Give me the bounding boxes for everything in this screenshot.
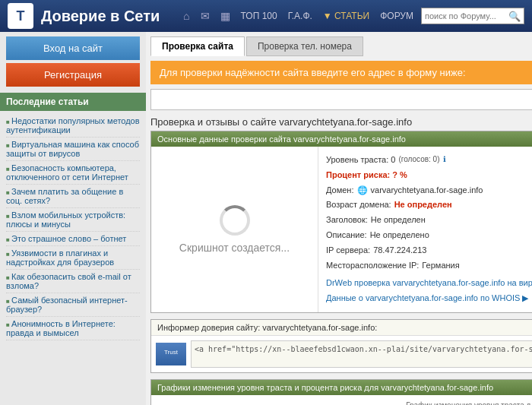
list-item[interactable]: Виртуальная машина как способ защиты от … <box>6 138 140 161</box>
sidebar: Вход на сайт Регистрация Последние стать… <box>0 32 146 343</box>
informer-code[interactable]: <a href="https://xn--blaeefebsd1cwaon.xn… <box>191 340 532 368</box>
info-right: ? Уровень траста: 0 (голосов: 0) ℹ Проце… <box>318 147 532 312</box>
domain-label: Домен: <box>326 183 354 198</box>
location-label: Месторасположение IP: <box>326 258 419 274</box>
desc-value: Не определено <box>370 228 429 243</box>
url-input[interactable] <box>150 89 532 110</box>
informer-section: Информер доверия сайту: varvarychtetyana… <box>150 319 532 373</box>
list-item[interactable]: Анонимность в Интернете: правда и вымысе… <box>6 317 140 340</box>
search-button[interactable]: 🔍 <box>508 11 521 22</box>
virus-link-row: DrWeb проверка varvarychtetyana.for-sage… <box>326 276 532 291</box>
desc-row: Описание: Не определено <box>326 228 532 243</box>
nav-forum[interactable]: ФОРУМ <box>380 11 413 21</box>
graph-section: Графики изменения уровня траста и процен… <box>150 379 532 405</box>
search-input[interactable] <box>425 11 508 21</box>
trust-row: Уровень траста: 0 (голосов: 0) ℹ <box>326 153 532 168</box>
desc-label: Описание: <box>326 228 367 243</box>
header-value: Не определен <box>371 213 426 228</box>
nav-links: ⌂ ✉ ▦ ТОП 100 Г.А.Ф. ▼ СТАТЬИ ФОРУМ <box>183 10 413 22</box>
trust-info-icon[interactable]: ℹ <box>443 153 446 168</box>
header: Т Доверие в Сети ⌂ ✉ ▦ ТОП 100 Г.А.Ф. ▼ … <box>0 0 532 32</box>
nav-top100[interactable]: ТОП 100 <box>241 11 277 21</box>
register-button[interactable]: Регистрация <box>6 63 140 87</box>
risk-row: Процент риска: ? % <box>326 168 532 183</box>
grid-icon[interactable]: ▦ <box>220 10 230 22</box>
whois-link[interactable]: Данные о varvarychtetyana.for-sage.info … <box>326 293 528 302</box>
informer-logo: Trust <box>156 343 186 365</box>
list-item[interactable]: Как обезопасить свой e-mail от взлома? <box>6 270 140 293</box>
header-row: Заголовок: Не определен <box>326 213 532 228</box>
nav-faq[interactable]: Г.А.Ф. <box>288 11 312 21</box>
list-item[interactable]: Уязвимости в плагинах и надстройках для … <box>6 246 140 270</box>
informer-header: Информер доверия сайту: varvarychtetyana… <box>151 320 532 336</box>
tab-check-site[interactable]: Проверка сайта <box>150 36 245 56</box>
login-button[interactable]: Вход на сайт <box>6 36 140 60</box>
list-item[interactable]: Самый безопасный интернет-браузер? <box>6 293 140 317</box>
loading-spinner <box>220 205 250 236</box>
tab-check-phone[interactable]: Проверка тел. номера <box>246 36 363 56</box>
header-label: Заголовок: <box>326 213 368 228</box>
location-value: Германия <box>422 258 459 274</box>
whois-link-row: Данные о varvarychtetyana.for-sage.info … <box>326 291 532 306</box>
site-title: Доверие в Сети <box>41 8 176 25</box>
location-row: Месторасположение IP: Германия <box>326 258 532 274</box>
logo-icon: Т <box>8 3 33 29</box>
trust-label: Уровень траста: 0 <box>326 153 395 168</box>
result-title: Проверка и отзывы о сайте varvarychtetya… <box>150 116 532 128</box>
data-panel-header: Основные данные проверки сайта varvarych… <box>151 131 532 147</box>
ip-row: IP сервера: 78.47.224.213 <box>326 243 532 258</box>
graph-body: График изменения уровня траста для varva… <box>151 395 532 405</box>
mail-icon[interactable]: ✉ <box>201 10 210 22</box>
screenshot-text: Скришнот создается... <box>179 242 290 254</box>
virus-check-link[interactable]: DrWeb проверка varvarychtetyana.for-sage… <box>326 278 532 287</box>
url-row: ПРОВЕРКА САЙТА <box>150 89 532 110</box>
data-panel-body: Скришнот создается... ? Уровень траста: … <box>151 147 532 312</box>
domain-value: varvarychtetyana.for-sage.info <box>371 183 483 198</box>
layout: Вход на сайт Регистрация Последние стать… <box>0 32 532 405</box>
informer-body: Trust <a href="https://xn--blaeefebsd1cw… <box>151 336 532 372</box>
tabs: Проверка сайта Проверка тел. номера <box>150 36 532 56</box>
age-row: Возраст домена: Не определен <box>326 198 532 213</box>
list-item[interactable]: Недостатки популярных методов аутентифик… <box>6 114 140 138</box>
age-label: Возраст домена: <box>326 198 391 213</box>
ip-value: 78.47.224.213 <box>373 243 426 258</box>
list-item[interactable]: Взлом мобильных устройств: плюсы и минус… <box>6 208 140 232</box>
main-content: Проверка сайта Проверка тел. номера Для … <box>146 32 532 405</box>
graph-title: График изменения уровня траста для varva… <box>157 401 532 405</box>
age-value: Не определен <box>394 198 452 213</box>
domain-row: Домен: 🌐 varvarychtetyana.for-sage.info <box>326 183 532 198</box>
risk-value: Процент риска: ? % <box>326 168 407 183</box>
trust-votes: (голосов: 0) <box>398 153 439 168</box>
home-icon[interactable]: ⌂ <box>183 10 189 22</box>
info-box: Для проверки надёжности сайта введите ег… <box>150 61 532 84</box>
recent-articles-list: Недостатки популярных методов аутентифик… <box>0 111 146 343</box>
domain-icon: 🌐 <box>357 183 368 198</box>
nav-articles[interactable]: ▼ СТАТЬИ <box>323 11 369 21</box>
list-item[interactable]: Безопасность компьютера, отключенного от… <box>6 161 140 185</box>
screenshot-area: Скришнот создается... <box>151 147 318 312</box>
ip-label: IP сервера: <box>326 243 370 258</box>
graph-header: Графики изменения уровня траста и процен… <box>151 380 532 395</box>
recent-articles-title: Последние статьи <box>0 93 146 111</box>
search-box: 🔍 <box>421 8 524 24</box>
list-item[interactable]: Зачем платить за общение в соц. сетях? <box>6 185 140 208</box>
data-panel: Основные данные проверки сайта varvarych… <box>150 131 532 313</box>
list-item[interactable]: Это страшное слово – ботнет <box>6 232 140 246</box>
